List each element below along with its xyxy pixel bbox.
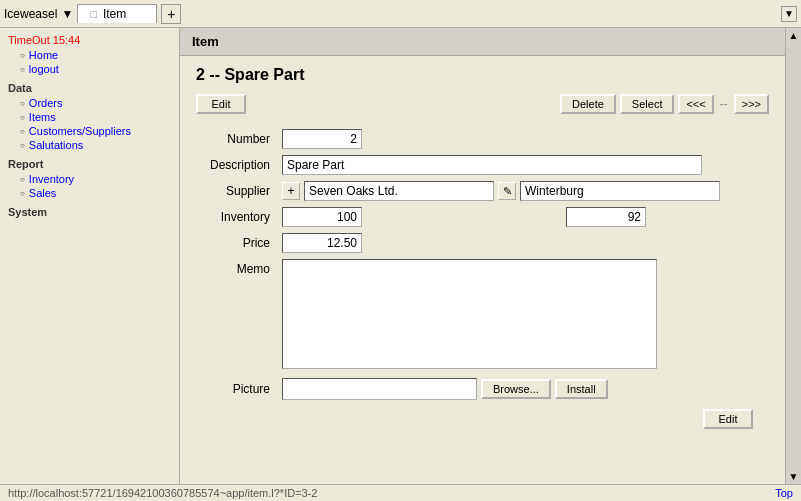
supplier-name-input[interactable] (304, 181, 494, 201)
scroll-up-arrow[interactable]: ▲ (787, 28, 801, 43)
content-area: Item 2 -- Spare Part Edit Delete Select … (180, 28, 785, 484)
inventory-row: Inventory (196, 204, 769, 230)
price-row: Price (196, 230, 769, 256)
scroll-down-arrow[interactable]: ▼ (787, 469, 801, 484)
memo-label: Memo (196, 256, 276, 375)
content-body: 2 -- Spare Part Edit Delete Select <<< -… (180, 56, 785, 484)
picture-label: Picture (196, 375, 276, 403)
sidebar-item-sales[interactable]: ○ Sales (0, 186, 179, 200)
delete-button[interactable]: Delete (560, 94, 616, 114)
sidebar-item-salutations[interactable]: ○ Salutations (0, 138, 179, 152)
number-input[interactable] (282, 129, 362, 149)
bullet-icon: ○ (20, 141, 25, 150)
sidebar-item-items[interactable]: ○ Items (0, 110, 179, 124)
form-toolbar: Edit Delete Select <<< -- >>> (196, 94, 769, 114)
bullet-icon: ○ (20, 65, 25, 74)
supplier-add-button[interactable]: + (282, 182, 300, 200)
sidebar-item-orders[interactable]: ○ Orders (0, 96, 179, 110)
main-layout: TimeOut 15:44 ○ Home ○ logout Data ○ Ord… (0, 28, 801, 484)
item-form: Number Description Supplier + (196, 126, 769, 403)
install-button[interactable]: Install (555, 379, 608, 399)
sidebar: TimeOut 15:44 ○ Home ○ logout Data ○ Ord… (0, 28, 180, 484)
bottom-toolbar: Edit (196, 403, 769, 435)
sidebar-label: Customers/Suppliers (29, 125, 131, 137)
bullet-icon: ○ (20, 113, 25, 122)
picture-input[interactable] (282, 378, 477, 400)
status-bar: http://localhost:57721/1694210036078557​… (0, 484, 801, 501)
title-right: ▼ (781, 6, 797, 22)
picture-field-group: Browse... Install (282, 378, 763, 400)
description-label: Description (196, 152, 276, 178)
next-button[interactable]: >>> (734, 94, 769, 114)
title-arrow[interactable]: ▼ (781, 6, 797, 22)
description-input[interactable] (282, 155, 702, 175)
number-row: Number (196, 126, 769, 152)
bottom-edit-button[interactable]: Edit (703, 409, 753, 429)
new-tab-button[interactable]: + (161, 4, 181, 24)
sidebar-item-home[interactable]: ○ Home (0, 48, 179, 62)
app-label: Iceweasel (4, 7, 57, 21)
bullet-icon: ○ (20, 99, 25, 108)
bullet-icon: ○ (20, 127, 25, 136)
nav-separator: -- (718, 97, 730, 111)
select-button[interactable]: Select (620, 94, 675, 114)
memo-textarea[interactable] (282, 259, 657, 369)
sidebar-item-logout[interactable]: ○ logout (0, 62, 179, 76)
supplier-city-input[interactable] (520, 181, 720, 201)
description-row: Description (196, 152, 769, 178)
sidebar-item-inventory[interactable]: ○ Inventory (0, 172, 179, 186)
sidebar-label: Orders (29, 97, 63, 109)
content-header: Item (180, 28, 785, 56)
app-name: Iceweasel ▼ (4, 7, 73, 21)
sidebar-label: Home (29, 49, 58, 61)
status-url: http://localhost:57721/1694210036078557​… (8, 487, 317, 499)
sidebar-section-system: System (0, 204, 179, 220)
app-arrow[interactable]: ▼ (61, 7, 73, 21)
title-bar: Iceweasel ▼ □ Item + ▼ (0, 0, 801, 28)
tab-title: Item (103, 7, 126, 21)
memo-row: Memo (196, 256, 769, 375)
number-label: Number (196, 126, 276, 152)
sidebar-label: Inventory (29, 173, 74, 185)
sidebar-section-report: Report (0, 156, 179, 172)
price-input[interactable] (282, 233, 362, 253)
timeout-label: TimeOut 15:44 (0, 32, 179, 48)
sidebar-label: logout (29, 63, 59, 75)
inventory-field-group (282, 207, 763, 227)
inventory-input[interactable] (282, 207, 362, 227)
prev-button[interactable]: <<< (678, 94, 713, 114)
tab-item[interactable]: □ Item (77, 4, 157, 23)
edit-button[interactable]: Edit (196, 94, 246, 114)
browse-button[interactable]: Browse... (481, 379, 551, 399)
inventory-input2[interactable] (566, 207, 646, 227)
sidebar-item-customers-suppliers[interactable]: ○ Customers/Suppliers (0, 124, 179, 138)
page-title: 2 -- Spare Part (196, 66, 769, 84)
scrollbar[interactable]: ▲ ▼ (785, 28, 801, 484)
picture-row: Picture Browse... Install (196, 375, 769, 403)
bullet-icon: ○ (20, 175, 25, 184)
inventory-label: Inventory (196, 204, 276, 230)
sidebar-section-data: Data (0, 80, 179, 96)
price-label: Price (196, 230, 276, 256)
sidebar-label: Sales (29, 187, 57, 199)
top-link[interactable]: Top (775, 487, 793, 499)
supplier-edit-button[interactable]: ✎ (498, 182, 516, 200)
bullet-icon: ○ (20, 189, 25, 198)
bullet-icon: ○ (20, 51, 25, 60)
supplier-field-group: + ✎ (282, 181, 763, 201)
supplier-label: Supplier (196, 178, 276, 204)
sidebar-label: Items (29, 111, 56, 123)
sidebar-label: Salutations (29, 139, 83, 151)
supplier-row: Supplier + ✎ (196, 178, 769, 204)
